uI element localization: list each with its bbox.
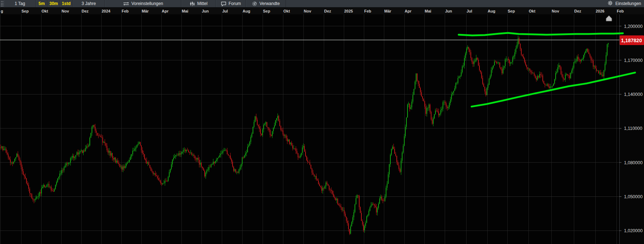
candle-body bbox=[353, 212, 354, 218]
candle-body bbox=[180, 153, 180, 155]
toolbar-grip-handle[interactable] bbox=[0, 0, 4, 7]
candle-body bbox=[596, 68, 597, 71]
candle-body bbox=[80, 151, 80, 152]
x-axis-label: Jul bbox=[467, 9, 472, 13]
candle-body bbox=[77, 152, 77, 155]
candle-body bbox=[402, 153, 402, 161]
candle-body bbox=[103, 142, 104, 143]
timeframe-30m-button[interactable]: 30m bbox=[48, 0, 60, 7]
timeframe-1tag-button-label: 1 Tag bbox=[15, 1, 25, 6]
candle-body bbox=[550, 87, 551, 88]
candle-body bbox=[309, 162, 310, 165]
y-axis-label: 1,050000 bbox=[624, 194, 643, 199]
candle-body bbox=[25, 176, 26, 178]
timeframe-1tag-button[interactable]: 1 Tag bbox=[4, 0, 36, 7]
candle-body bbox=[157, 176, 158, 178]
candle-body bbox=[361, 213, 362, 221]
candle-body bbox=[218, 157, 219, 158]
forum-button[interactable]: Forum bbox=[216, 0, 246, 7]
candle-body bbox=[205, 173, 206, 176]
candle-body bbox=[144, 154, 145, 159]
candle-body bbox=[393, 147, 394, 149]
voreinstellungen-button[interactable]: Voreinstellungen bbox=[105, 0, 181, 7]
presets-sliders-icon bbox=[123, 1, 129, 6]
candle-body bbox=[195, 156, 195, 158]
candle-body bbox=[570, 73, 571, 78]
candle-body bbox=[257, 119, 258, 125]
candle-body bbox=[396, 156, 397, 162]
candle-body bbox=[159, 180, 160, 180]
timeframe-5m-button[interactable]: 5m bbox=[36, 0, 48, 7]
candle-body bbox=[572, 68, 573, 70]
x-axis-strip-bg[interactable] bbox=[0, 8, 644, 14]
candle-body bbox=[600, 73, 601, 75]
candle-body bbox=[476, 58, 477, 61]
einstellungen-button[interactable]: Einstellungen bbox=[605, 0, 644, 7]
candle-body bbox=[557, 67, 558, 72]
candle-body bbox=[287, 138, 288, 142]
candle-body bbox=[517, 45, 517, 48]
candle-body bbox=[70, 158, 71, 163]
timeframe-1std-button[interactable]: 1std bbox=[60, 0, 73, 7]
candle-body bbox=[497, 63, 498, 63]
candle-body bbox=[0, 147, 1, 148]
candle-body bbox=[425, 107, 426, 114]
candle-body bbox=[499, 63, 500, 68]
candle-body bbox=[484, 87, 485, 92]
candle-body bbox=[452, 93, 453, 94]
candle-body bbox=[75, 155, 76, 157]
chart-background[interactable] bbox=[0, 14, 644, 244]
candle-body bbox=[319, 184, 320, 186]
candle-body bbox=[97, 133, 98, 136]
candle-body bbox=[459, 77, 459, 78]
candle-body bbox=[116, 161, 117, 162]
candle-body bbox=[179, 153, 179, 156]
candle-body bbox=[59, 174, 60, 177]
candle-body bbox=[130, 157, 131, 160]
candle-body bbox=[531, 70, 531, 72]
candle-body bbox=[347, 221, 348, 223]
candle-body bbox=[475, 60, 475, 61]
candle-body bbox=[162, 183, 163, 184]
candle-body bbox=[83, 151, 84, 153]
candle-body bbox=[373, 204, 374, 204]
candle-body bbox=[93, 125, 93, 127]
candle-body bbox=[385, 196, 385, 201]
candle-body bbox=[191, 152, 192, 155]
trading-chart-app: 1 Tag5m30m1std3 JahreVoreinstellungenMit… bbox=[0, 0, 644, 244]
candle-body bbox=[434, 114, 435, 118]
range-3jahre-button[interactable]: 3 Jahre bbox=[73, 0, 105, 7]
candle-body bbox=[369, 211, 369, 215]
candle-body bbox=[516, 48, 516, 52]
candle-body bbox=[33, 198, 33, 200]
candle-body bbox=[244, 156, 245, 158]
candle-body bbox=[87, 146, 88, 147]
candle-body bbox=[94, 125, 94, 127]
candle-body bbox=[99, 136, 100, 136]
candle-body bbox=[203, 168, 204, 171]
candle-body bbox=[487, 88, 487, 95]
candle-body bbox=[350, 226, 351, 234]
y-axis-label: 1,140000 bbox=[624, 92, 643, 97]
candle-body bbox=[358, 195, 358, 196]
candle-body bbox=[555, 73, 556, 79]
candle-body bbox=[250, 137, 251, 142]
candle-body bbox=[405, 127, 406, 136]
candle-body bbox=[533, 73, 533, 74]
candle-body bbox=[226, 150, 226, 150]
y-axis[interactable]: 1,2000001,1700001,1400001,1100001,080000… bbox=[619, 14, 644, 244]
verwandte-button[interactable]: Verwandte bbox=[246, 0, 286, 7]
candle-body bbox=[455, 83, 456, 88]
mittel-button[interactable]: Mittel bbox=[181, 0, 216, 7]
candle-body bbox=[109, 151, 109, 153]
candle-body bbox=[248, 145, 249, 147]
candle-body bbox=[422, 97, 423, 99]
chart-canvas[interactable]: gSepOktNovDez2024FebMärAprMaiJunJulAugSe… bbox=[0, 8, 644, 244]
candle-body bbox=[161, 183, 162, 184]
candle-body bbox=[171, 164, 172, 169]
y-axis-label: 1,020000 bbox=[624, 228, 643, 233]
candle-body bbox=[548, 84, 548, 86]
candle-body bbox=[202, 167, 203, 168]
candle-body bbox=[185, 150, 186, 151]
candle-body bbox=[285, 136, 286, 136]
